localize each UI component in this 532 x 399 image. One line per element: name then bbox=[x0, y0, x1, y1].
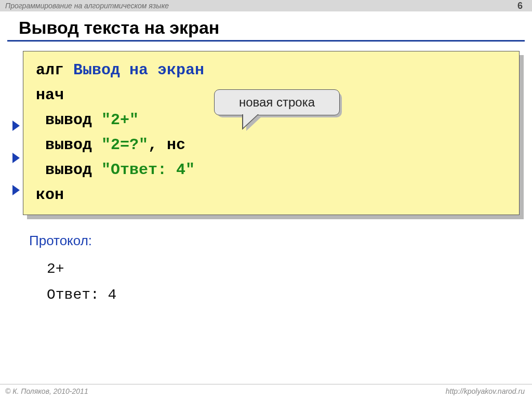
kw-output-2: вывод bbox=[36, 136, 101, 154]
callout-box: новая строка bbox=[214, 89, 340, 115]
title-underline bbox=[7, 40, 525, 42]
footer-url: http://kpolyakov.narod.ru bbox=[446, 387, 525, 395]
page-number: 6 bbox=[517, 1, 527, 11]
comma-sep: , bbox=[148, 136, 167, 154]
protocol-word: Протокол bbox=[29, 233, 88, 248]
callout-text: новая строка bbox=[239, 95, 315, 110]
play-icon bbox=[12, 121, 20, 131]
protocol-line-1: 2+ bbox=[47, 261, 64, 277]
kw-output-1: вывод bbox=[36, 111, 101, 129]
kw-output-3: вывод bbox=[36, 161, 101, 179]
str-literal-2: "2=?" bbox=[101, 136, 148, 154]
top-bar: Программирование на алгоритмическом язык… bbox=[0, 0, 532, 11]
protocol-colon: : bbox=[88, 233, 92, 248]
kw-alg: алг bbox=[36, 61, 64, 79]
subject-label: Программирование на алгоритмическом язык… bbox=[5, 2, 169, 10]
kw-begin: нач bbox=[36, 86, 64, 104]
protocol-output: 2+ Ответ: 4 bbox=[47, 256, 532, 309]
protocol-section: Протокол: 2+ Ответ: 4 bbox=[29, 233, 532, 309]
slide: Программирование на алгоритмическом язык… bbox=[0, 0, 532, 399]
footer: © К. Поляков, 2010-2011 http://kpolyakov… bbox=[0, 384, 532, 399]
callout-tail bbox=[243, 114, 258, 128]
code-block: алг Вывод на экран нач вывод "2+" вывод … bbox=[23, 51, 520, 215]
kw-end: кон bbox=[36, 186, 64, 204]
slide-title: Вывод текста на экран bbox=[19, 18, 517, 38]
step-markers bbox=[12, 88, 20, 203]
str-literal-3: "Ответ: 4" bbox=[101, 161, 195, 179]
program-name: Вывод на экран bbox=[73, 61, 204, 79]
str-literal-1: "2+" bbox=[101, 111, 139, 129]
copyright: © К. Поляков, 2010-2011 bbox=[5, 387, 88, 395]
protocol-label: Протокол: bbox=[29, 233, 92, 248]
kw-newline: нс bbox=[167, 136, 185, 154]
play-icon bbox=[12, 153, 20, 163]
protocol-line-2: Ответ: 4 bbox=[47, 287, 116, 303]
code-block-wrap: алг Вывод на экран нач вывод "2+" вывод … bbox=[23, 51, 520, 215]
play-icon bbox=[12, 185, 20, 195]
callout: новая строка bbox=[214, 89, 340, 115]
